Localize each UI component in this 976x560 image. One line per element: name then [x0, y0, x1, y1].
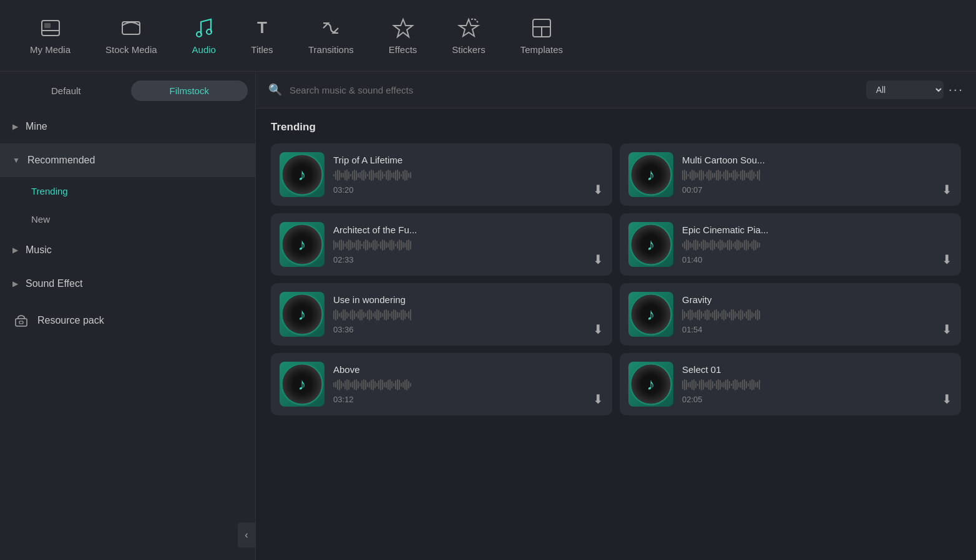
music-info: Select 01 02:05 [682, 364, 952, 404]
chevron-down-icon: ▼ [12, 156, 20, 165]
music-info: Use in wondering 03:36 [333, 294, 603, 334]
tab-default[interactable]: Default [7, 80, 125, 101]
download-button[interactable]: ⬇ [942, 252, 952, 267]
nav-stock-media-label: Stock Media [105, 44, 157, 55]
tab-filmstock[interactable]: Filmstock [131, 80, 248, 101]
section-title: Trending [271, 121, 961, 133]
filter-area: All Music Sound Effect ··· [866, 80, 964, 99]
music-thumbnail: ♪ [628, 362, 673, 407]
nav-audio-label: Audio [192, 44, 216, 55]
nav-audio[interactable]: Audio [175, 17, 233, 55]
download-button[interactable]: ⬇ [942, 322, 952, 337]
download-button[interactable]: ⬇ [593, 392, 603, 407]
waveform [682, 379, 952, 391]
sidebar-music-label: Music [26, 244, 52, 256]
music-thumbnail: ♪ [628, 152, 673, 197]
music-card[interactable]: ♪ Trip of A Lifetime 03:20 ⬇ [271, 143, 612, 206]
nav-transitions[interactable]: Transitions [291, 17, 371, 55]
nav-templates[interactable]: Templates [503, 17, 580, 55]
music-card[interactable]: ♪ Use in wondering 03:36 ⬇ [271, 283, 612, 345]
sidebar: Default Filmstock ▶ Mine ▼ Recommended T… [0, 72, 256, 560]
nav-stock-media[interactable]: Stock Media [88, 17, 175, 55]
titles-icon: T [251, 17, 273, 39]
nav-stickers-label: Stickers [452, 44, 485, 55]
audio-icon [193, 17, 215, 39]
music-card[interactable]: ♪ Select 01 02:05 ⬇ [620, 353, 961, 415]
waveform [682, 309, 952, 321]
music-duration: 03:20 [333, 185, 603, 195]
nav-my-media[interactable]: My Media [12, 17, 88, 55]
music-card[interactable]: ♪ Above 03:12 ⬇ [271, 353, 612, 415]
my-media-icon [39, 17, 62, 39]
music-title: Architect of the Fu... [333, 224, 603, 235]
sidebar-item-music[interactable]: ▶ Music [0, 233, 255, 267]
search-input[interactable] [290, 85, 859, 95]
music-note-icon: ♪ [298, 235, 306, 254]
sidebar-item-recommended[interactable]: ▼ Recommended [0, 143, 255, 177]
music-note-icon: ♪ [298, 165, 306, 185]
sidebar-item-resource-pack[interactable]: Resource pack [0, 301, 255, 340]
sidebar-resource-pack-label: Resource pack [37, 315, 104, 326]
download-button[interactable]: ⬇ [942, 182, 952, 197]
music-title: Use in wondering [333, 294, 603, 305]
more-options-button[interactable]: ··· [949, 82, 964, 98]
music-duration: 01:40 [682, 255, 952, 264]
music-thumbnail: ♪ [628, 222, 673, 267]
sidebar-item-mine[interactable]: ▶ Mine [0, 110, 255, 143]
waveform [333, 169, 603, 181]
sidebar-recommended-label: Recommended [27, 155, 95, 166]
tab-row: Default Filmstock [0, 72, 255, 110]
search-icon: 🔍 [268, 83, 282, 97]
stock-media-icon [120, 17, 142, 39]
music-title: Select 01 [682, 364, 952, 375]
music-info: Architect of the Fu... 02:33 [333, 224, 603, 264]
waveform [333, 309, 603, 321]
music-card[interactable]: ♪ Architect of the Fu... 02:33 ⬇ [271, 213, 612, 276]
music-info: Gravity 01:54 [682, 294, 952, 334]
stickers-icon [457, 17, 480, 39]
svg-rect-10 [16, 319, 27, 326]
content-area: 🔍 All Music Sound Effect ··· Trending ♪ … [256, 72, 976, 560]
music-title: Gravity [682, 294, 952, 305]
download-button[interactable]: ⬇ [593, 322, 603, 337]
sidebar-mine-label: Mine [26, 121, 47, 132]
sidebar-sub-trending[interactable]: Trending [0, 177, 255, 205]
sidebar-sub-new[interactable]: New [0, 205, 255, 233]
download-button[interactable]: ⬇ [593, 252, 603, 267]
music-duration: 03:12 [333, 395, 603, 404]
music-duration: 03:36 [333, 325, 603, 334]
music-duration: 00:07 [682, 185, 952, 195]
nav-effects[interactable]: Effects [371, 17, 435, 55]
music-card[interactable]: ♪ Multi Cartoon Sou... 00:07 ⬇ [620, 143, 961, 206]
waveform [682, 169, 952, 181]
download-button[interactable]: ⬇ [942, 392, 952, 407]
music-note-icon: ♪ [647, 235, 655, 254]
music-title: Above [333, 364, 603, 375]
music-duration: 01:54 [682, 325, 952, 334]
music-thumbnail: ♪ [280, 222, 325, 267]
nav-titles[interactable]: T Titles [233, 17, 291, 55]
music-card[interactable]: ♪ Gravity 01:54 ⬇ [620, 283, 961, 345]
chevron-right-music-icon: ▶ [12, 246, 18, 254]
chevron-right-icon: ▶ [12, 122, 18, 131]
nav-stickers[interactable]: Stickers [434, 17, 502, 55]
music-title: Epic Cinematic Pia... [682, 224, 952, 235]
music-thumbnail: ♪ [280, 292, 325, 337]
filter-select[interactable]: All Music Sound Effect [866, 80, 944, 99]
chevron-right-sound-icon: ▶ [12, 279, 18, 288]
sidebar-collapse-button[interactable]: ‹ [238, 523, 255, 548]
resource-pack-icon [12, 312, 30, 329]
download-button[interactable]: ⬇ [593, 182, 603, 197]
music-grid: ♪ Trip of A Lifetime 03:20 ⬇ ♪ Multi Car… [271, 143, 961, 415]
music-title: Multi Cartoon Sou... [682, 155, 952, 165]
music-thumbnail: ♪ [280, 152, 325, 197]
music-info: Trip of A Lifetime 03:20 [333, 155, 603, 195]
music-card[interactable]: ♪ Epic Cinematic Pia... 01:40 ⬇ [620, 213, 961, 276]
music-info: Epic Cinematic Pia... 01:40 [682, 224, 952, 264]
main-layout: Default Filmstock ▶ Mine ▼ Recommended T… [0, 72, 976, 560]
waveform [333, 379, 603, 391]
music-info: Multi Cartoon Sou... 00:07 [682, 155, 952, 195]
music-note-icon: ♪ [298, 305, 306, 324]
music-title: Trip of A Lifetime [333, 155, 603, 165]
sidebar-item-sound-effect[interactable]: ▶ Sound Effect [0, 267, 255, 301]
